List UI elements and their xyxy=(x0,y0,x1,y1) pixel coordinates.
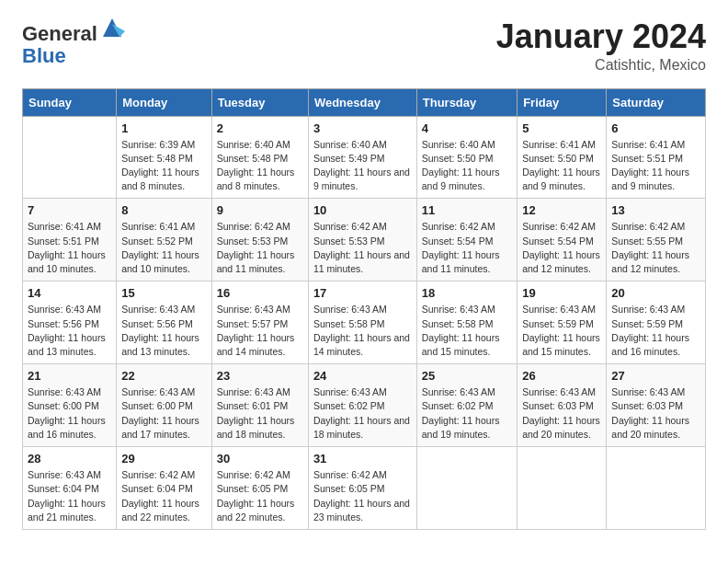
day-info: Sunrise: 6:40 AMSunset: 5:48 PMDaylight:… xyxy=(217,138,303,194)
week-row-5: 28Sunrise: 6:43 AMSunset: 6:04 PMDayligh… xyxy=(23,447,706,530)
day-number: 21 xyxy=(28,369,111,383)
day-info: Sunrise: 6:42 AMSunset: 5:54 PMDaylight:… xyxy=(522,220,601,276)
day-cell: 26Sunrise: 6:43 AMSunset: 6:03 PMDayligh… xyxy=(518,364,607,447)
day-cell: 23Sunrise: 6:43 AMSunset: 6:01 PMDayligh… xyxy=(211,364,308,447)
day-info: Sunrise: 6:42 AMSunset: 6:05 PMDaylight:… xyxy=(313,468,412,524)
day-cell: 24Sunrise: 6:43 AMSunset: 6:02 PMDayligh… xyxy=(308,364,416,447)
day-info: Sunrise: 6:41 AMSunset: 5:51 PMDaylight:… xyxy=(611,138,700,194)
day-cell: 5Sunrise: 6:41 AMSunset: 5:50 PMDaylight… xyxy=(518,116,607,199)
day-number: 14 xyxy=(28,286,111,300)
column-header-saturday: Saturday xyxy=(607,88,706,116)
day-info: Sunrise: 6:41 AMSunset: 5:50 PMDaylight:… xyxy=(522,138,601,194)
day-info: Sunrise: 6:43 AMSunset: 5:57 PMDaylight:… xyxy=(217,303,303,359)
column-header-monday: Monday xyxy=(117,88,212,116)
day-number: 25 xyxy=(422,369,512,383)
day-cell: 17Sunrise: 6:43 AMSunset: 5:58 PMDayligh… xyxy=(308,282,416,364)
location-title: Catishtic, Mexico xyxy=(496,57,706,74)
day-info: Sunrise: 6:42 AMSunset: 5:53 PMDaylight:… xyxy=(313,220,412,276)
day-number: 17 xyxy=(313,286,412,300)
day-number: 9 xyxy=(217,203,303,217)
day-cell xyxy=(416,447,517,530)
day-number: 16 xyxy=(217,286,303,300)
day-cell: 18Sunrise: 6:43 AMSunset: 5:58 PMDayligh… xyxy=(416,282,517,364)
day-info: Sunrise: 6:42 AMSunset: 5:53 PMDaylight:… xyxy=(217,220,303,276)
day-cell: 28Sunrise: 6:43 AMSunset: 6:04 PMDayligh… xyxy=(23,447,117,530)
day-info: Sunrise: 6:43 AMSunset: 6:00 PMDaylight:… xyxy=(121,385,207,442)
day-cell: 4Sunrise: 6:40 AMSunset: 5:50 PMDaylight… xyxy=(416,116,517,199)
day-info: Sunrise: 6:41 AMSunset: 5:51 PMDaylight:… xyxy=(28,220,111,276)
day-cell: 3Sunrise: 6:40 AMSunset: 5:49 PMDaylight… xyxy=(308,116,416,199)
day-cell: 21Sunrise: 6:43 AMSunset: 6:00 PMDayligh… xyxy=(23,364,117,447)
day-info: Sunrise: 6:43 AMSunset: 6:02 PMDaylight:… xyxy=(422,385,512,442)
day-number: 29 xyxy=(121,452,207,465)
day-cell xyxy=(23,116,117,199)
title-block: January 2024 Catishtic, Mexico xyxy=(496,18,706,74)
month-title: January 2024 xyxy=(496,18,706,55)
day-info: Sunrise: 6:42 AMSunset: 6:04 PMDaylight:… xyxy=(121,468,207,524)
day-number: 30 xyxy=(217,452,303,465)
day-cell: 10Sunrise: 6:42 AMSunset: 5:53 PMDayligh… xyxy=(308,199,416,282)
column-header-wednesday: Wednesday xyxy=(308,88,416,116)
day-number: 5 xyxy=(522,121,601,135)
week-row-3: 14Sunrise: 6:43 AMSunset: 5:56 PMDayligh… xyxy=(23,282,706,364)
day-info: Sunrise: 6:39 AMSunset: 5:48 PMDaylight:… xyxy=(121,138,207,194)
day-cell: 19Sunrise: 6:43 AMSunset: 5:59 PMDayligh… xyxy=(518,282,607,364)
day-cell: 22Sunrise: 6:43 AMSunset: 6:00 PMDayligh… xyxy=(117,364,212,447)
day-cell: 7Sunrise: 6:41 AMSunset: 5:51 PMDaylight… xyxy=(23,199,117,282)
day-info: Sunrise: 6:43 AMSunset: 6:01 PMDaylight:… xyxy=(217,385,303,442)
calendar-table: SundayMondayTuesdayWednesdayThursdayFrid… xyxy=(22,88,706,530)
day-cell: 20Sunrise: 6:43 AMSunset: 5:59 PMDayligh… xyxy=(607,282,706,364)
day-number: 11 xyxy=(422,203,512,217)
day-cell: 9Sunrise: 6:42 AMSunset: 5:53 PMDaylight… xyxy=(211,199,308,282)
day-number: 27 xyxy=(611,369,700,383)
day-number: 18 xyxy=(422,286,512,300)
day-number: 24 xyxy=(313,369,412,383)
day-number: 13 xyxy=(611,203,700,217)
day-info: Sunrise: 6:43 AMSunset: 5:58 PMDaylight:… xyxy=(422,303,512,359)
day-cell xyxy=(518,447,607,530)
day-cell: 2Sunrise: 6:40 AMSunset: 5:48 PMDaylight… xyxy=(211,116,308,199)
day-number: 7 xyxy=(28,203,111,217)
day-info: Sunrise: 6:42 AMSunset: 6:05 PMDaylight:… xyxy=(217,468,303,524)
day-number: 10 xyxy=(313,203,412,217)
day-info: Sunrise: 6:43 AMSunset: 6:03 PMDaylight:… xyxy=(522,385,601,442)
day-cell: 8Sunrise: 6:41 AMSunset: 5:52 PMDaylight… xyxy=(117,199,212,282)
logo: General Blue xyxy=(22,18,125,67)
day-info: Sunrise: 6:43 AMSunset: 5:59 PMDaylight:… xyxy=(611,303,700,359)
day-info: Sunrise: 6:42 AMSunset: 5:55 PMDaylight:… xyxy=(611,220,700,276)
day-number: 8 xyxy=(121,203,207,217)
day-info: Sunrise: 6:41 AMSunset: 5:52 PMDaylight:… xyxy=(121,220,207,276)
column-header-sunday: Sunday xyxy=(23,88,117,116)
day-info: Sunrise: 6:43 AMSunset: 6:03 PMDaylight:… xyxy=(611,385,700,442)
day-cell: 6Sunrise: 6:41 AMSunset: 5:51 PMDaylight… xyxy=(607,116,706,199)
day-number: 22 xyxy=(121,369,207,383)
day-cell: 29Sunrise: 6:42 AMSunset: 6:04 PMDayligh… xyxy=(117,447,212,530)
day-cell: 15Sunrise: 6:43 AMSunset: 5:56 PMDayligh… xyxy=(117,282,212,364)
logo-general: General xyxy=(22,18,125,45)
day-number: 12 xyxy=(522,203,601,217)
week-row-4: 21Sunrise: 6:43 AMSunset: 6:00 PMDayligh… xyxy=(23,364,706,447)
calendar-header-row: SundayMondayTuesdayWednesdayThursdayFrid… xyxy=(23,88,706,116)
day-info: Sunrise: 6:43 AMSunset: 5:59 PMDaylight:… xyxy=(522,303,601,359)
day-cell: 16Sunrise: 6:43 AMSunset: 5:57 PMDayligh… xyxy=(211,282,308,364)
day-cell: 30Sunrise: 6:42 AMSunset: 6:05 PMDayligh… xyxy=(211,447,308,530)
page-header: General Blue January 2024 Catishtic, Mex… xyxy=(22,18,706,74)
week-row-2: 7Sunrise: 6:41 AMSunset: 5:51 PMDaylight… xyxy=(23,199,706,282)
day-number: 4 xyxy=(422,121,512,135)
column-header-friday: Friday xyxy=(518,88,607,116)
column-header-tuesday: Tuesday xyxy=(211,88,308,116)
day-info: Sunrise: 6:43 AMSunset: 5:56 PMDaylight:… xyxy=(121,303,207,359)
logo-blue: Blue xyxy=(22,45,125,67)
day-info: Sunrise: 6:43 AMSunset: 5:58 PMDaylight:… xyxy=(313,303,412,359)
day-number: 1 xyxy=(121,121,207,135)
day-number: 6 xyxy=(611,121,700,135)
day-number: 19 xyxy=(522,286,601,300)
day-cell: 14Sunrise: 6:43 AMSunset: 5:56 PMDayligh… xyxy=(23,282,117,364)
day-info: Sunrise: 6:43 AMSunset: 5:56 PMDaylight:… xyxy=(28,303,111,359)
day-cell: 12Sunrise: 6:42 AMSunset: 5:54 PMDayligh… xyxy=(518,199,607,282)
column-header-thursday: Thursday xyxy=(416,88,517,116)
day-info: Sunrise: 6:43 AMSunset: 6:02 PMDaylight:… xyxy=(313,385,412,442)
day-number: 2 xyxy=(217,121,303,135)
day-number: 31 xyxy=(313,452,412,465)
day-cell: 13Sunrise: 6:42 AMSunset: 5:55 PMDayligh… xyxy=(607,199,706,282)
